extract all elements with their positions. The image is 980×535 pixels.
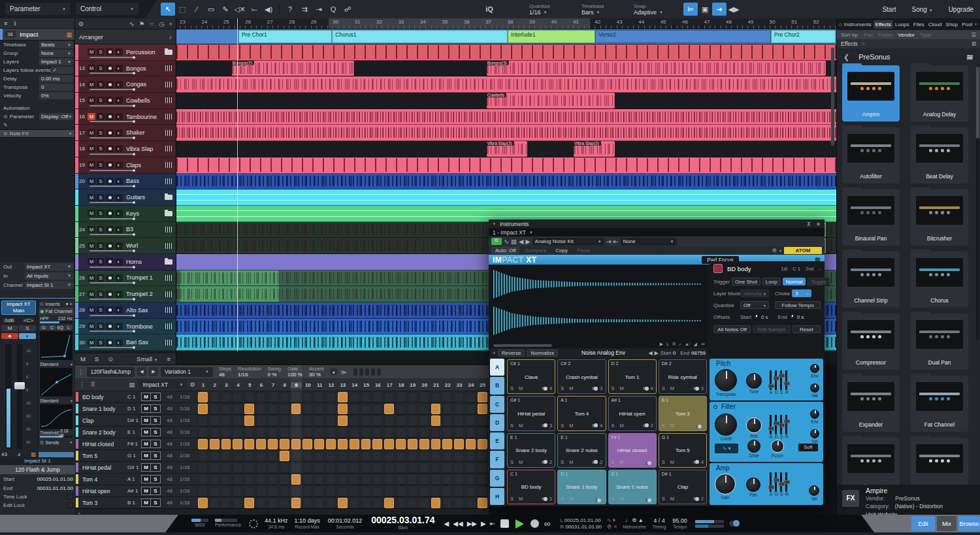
- velocity-layer[interactable]: 2nd: [806, 266, 814, 272]
- pattern-setting[interactable]: Steps48: [216, 366, 235, 378]
- drum-pad[interactable]: C# 1 Clave S M 4: [507, 359, 555, 394]
- mute-button[interactable]: M: [88, 339, 95, 346]
- row-solo[interactable]: S: [151, 475, 161, 483]
- step-cell[interactable]: [325, 474, 337, 485]
- step-cell[interactable]: [279, 498, 291, 508]
- offset-start-knob[interactable]: [753, 314, 759, 320]
- drum-pad[interactable]: C# 2 Crash cymbal S M 3: [557, 359, 606, 394]
- inspector-param-row[interactable]: Delay0.00 ms: [0, 74, 74, 83]
- plugin-tile[interactable]: Autofilter: [842, 127, 900, 184]
- knob-icon[interactable]: ∿: [504, 238, 509, 245]
- f-attack-slider[interactable]: [770, 415, 772, 434]
- step-cell[interactable]: [325, 462, 337, 473]
- f-sustain-slider[interactable]: [780, 415, 782, 434]
- step-cell[interactable]: [407, 404, 419, 414]
- solo-button[interactable]: S: [97, 226, 105, 233]
- edit-view-button[interactable]: Edit: [911, 516, 935, 531]
- step-cell[interactable]: [267, 498, 279, 508]
- monitor-button[interactable]: ◐: [115, 161, 123, 169]
- mute-button[interactable]: M: [88, 242, 95, 250]
- copy-button[interactable]: Copy: [551, 248, 572, 253]
- step-cell[interactable]: [314, 404, 325, 414]
- menu-icon[interactable]: ≡: [4, 20, 8, 27]
- track-row[interactable]: 29 M S ◐ Trombone: [75, 319, 176, 335]
- drum-pad[interactable]: G 1 Tom 5 S M 4: [659, 433, 707, 468]
- plugin-tile[interactable]: Beat Delay: [911, 127, 968, 184]
- drum-pad[interactable]: D# 1 Clap S M 2: [659, 470, 707, 504]
- step-cell[interactable]: [442, 404, 453, 414]
- tab-effects[interactable]: Effects: [874, 20, 893, 29]
- step-cell[interactable]: [244, 486, 255, 496]
- row-solo[interactable]: S: [151, 428, 161, 436]
- monitor-button[interactable]: ◐: [115, 323, 123, 330]
- note-fx-row[interactable]: ⊙Note FX+: [0, 129, 74, 138]
- a-attack-slider[interactable]: [770, 472, 772, 492]
- step-cell[interactable]: [372, 404, 384, 414]
- solo-button[interactable]: S: [97, 81, 105, 88]
- step-cell[interactable]: [209, 404, 221, 414]
- step-cell[interactable]: [244, 498, 255, 508]
- breadcrumb[interactable]: Effects: [841, 41, 858, 47]
- step-number[interactable]: 18: [395, 382, 407, 388]
- instrument-selector[interactable]: 1 - Impact XT▼: [489, 228, 825, 236]
- pattern-scrollbar[interactable]: ⌁: [75, 508, 489, 515]
- step-cell[interactable]: [279, 486, 291, 496]
- track-volume-slider[interactable]: [90, 347, 134, 348]
- step-cell[interactable]: [442, 451, 453, 461]
- step-cell[interactable]: [431, 439, 442, 449]
- pattern-setting[interactable]: Accent30 %: [306, 366, 327, 378]
- step-cell[interactable]: [302, 415, 314, 426]
- insert-after-icon[interactable]: ⇤: [613, 238, 619, 245]
- mix-view-button[interactable]: Mix: [937, 516, 956, 531]
- step-cell[interactable]: [221, 498, 233, 508]
- step-cell[interactable]: [453, 462, 465, 473]
- a-release-slider[interactable]: [785, 472, 787, 492]
- browser-scrollbar[interactable]: [976, 65, 979, 340]
- record-arm-button[interactable]: [106, 97, 114, 104]
- a-sustain-slider[interactable]: [780, 472, 782, 492]
- step-cell[interactable]: [302, 404, 314, 414]
- step-cell[interactable]: [209, 498, 221, 508]
- comp-graph[interactable]: [40, 368, 73, 397]
- row-solo[interactable]: S: [151, 393, 161, 401]
- track-row[interactable]: 30 M S ◐ Bari Sax: [75, 334, 176, 351]
- step-cell[interactable]: [209, 415, 221, 426]
- pan-readout[interactable]: <C>: [21, 317, 36, 324]
- forward-button[interactable]: ▶▶: [467, 520, 477, 527]
- step-cell[interactable]: [395, 474, 407, 485]
- arrow-right-icon[interactable]: ➜: [712, 3, 727, 16]
- step-cell[interactable]: [267, 474, 279, 485]
- step-cell[interactable]: [209, 486, 221, 496]
- filter-env-knob[interactable]: [810, 410, 819, 419]
- solo-button[interactable]: S: [97, 258, 105, 265]
- track-row[interactable]: M S ◐ Keys: [75, 206, 176, 222]
- step-cell[interactable]: [419, 462, 431, 473]
- step-cell[interactable]: [465, 462, 477, 473]
- track-lane[interactable]: [176, 76, 836, 93]
- event-start[interactable]: 00025.01.01.00: [37, 476, 73, 482]
- step-cell[interactable]: [384, 474, 395, 485]
- step-cell[interactable]: [197, 404, 209, 414]
- tab-files[interactable]: Files: [911, 20, 926, 29]
- mute-button[interactable]: M: [88, 81, 95, 88]
- tab-instruments[interactable]: Instruments: [842, 20, 874, 29]
- pattern-page[interactable]: [359, 368, 363, 376]
- tune-knob[interactable]: [746, 373, 762, 389]
- mute-button[interactable]: M: [88, 258, 95, 265]
- mute-button[interactable]: M: [88, 129, 95, 137]
- step-cell[interactable]: [221, 392, 233, 402]
- help-icon[interactable]: ?: [283, 3, 297, 16]
- plugin-tile[interactable]: Bitcrusher: [911, 189, 968, 246]
- step-cell[interactable]: [431, 415, 442, 426]
- parameter-dropdown[interactable]: Parameter▼: [5, 3, 71, 15]
- event-name[interactable]: 120 Flash & Jump: [0, 465, 75, 474]
- step-cell[interactable]: [244, 404, 255, 414]
- step-cell[interactable]: [279, 415, 291, 426]
- step-cell[interactable]: [232, 462, 244, 473]
- step-cell[interactable]: [325, 392, 337, 402]
- step-cell[interactable]: [197, 486, 209, 496]
- fader-handle[interactable]: [14, 382, 25, 389]
- out-row[interactable]: OutImpact XT▼: [0, 262, 74, 271]
- timebase-setting[interactable]: TimebaseBars▼: [581, 1, 627, 18]
- step-cell[interactable]: [477, 474, 489, 485]
